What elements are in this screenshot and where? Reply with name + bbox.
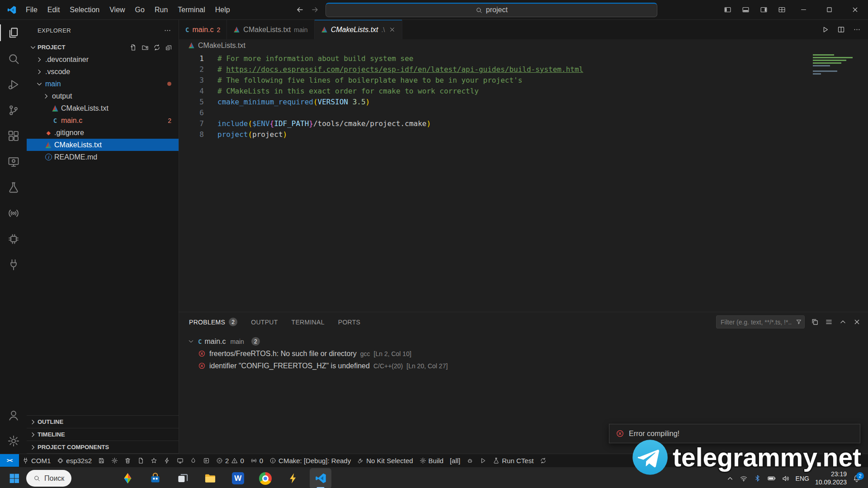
tree-item-devcontainer[interactable]: .devcontainer <box>27 53 179 66</box>
status-build[interactable]: Build <box>416 454 447 467</box>
activity-explorer[interactable] <box>0 20 27 46</box>
code-line-4[interactable]: 4# CMakeLists in this exact order for cm… <box>179 86 868 97</box>
menu-file[interactable]: File <box>21 0 42 19</box>
code-editor[interactable]: 1# For more information about build syst… <box>179 52 868 312</box>
menu-view[interactable]: View <box>104 0 130 19</box>
status-board[interactable]: esp32s2 <box>54 454 95 467</box>
tray-clock[interactable]: 23:19 10.09.2023 <box>815 470 847 486</box>
close-tab-icon[interactable] <box>389 26 396 33</box>
status-problems[interactable]: 20 <box>213 454 247 467</box>
breadcrumb[interactable]: CMakeLists.txt <box>179 39 868 52</box>
code-line-7[interactable]: 7include($ENV{IDF_PATH}/tools/cmake/proj… <box>179 118 868 129</box>
bluetooth-icon[interactable] <box>754 474 761 482</box>
status-ports-forwarded[interactable]: 0 <box>247 454 266 467</box>
tab-main-c[interactable]: Cmain.c2 <box>179 20 227 39</box>
status-upload[interactable] <box>200 454 213 467</box>
status-build-target[interactable]: [all] <box>447 454 463 467</box>
problems-group-main-c[interactable]: Cmain.cmain2 <box>179 335 868 347</box>
panel-tab-terminal[interactable]: TERMINAL <box>292 312 325 332</box>
status-ctest[interactable]: Run CTest <box>490 454 537 467</box>
tab-cmakelists-txt-item[interactable]: CMakeLists.txt.\ <box>315 20 403 39</box>
taskbar-app-word[interactable]: W <box>227 468 249 488</box>
status-favorites[interactable] <box>147 454 160 467</box>
tray-overflow-icon[interactable] <box>726 475 734 482</box>
notification-center[interactable]: 2 <box>853 474 861 483</box>
duplicate-panel-icon[interactable] <box>811 318 819 326</box>
activity-source-control[interactable] <box>0 97 27 123</box>
activity-espressif-idf[interactable] <box>0 226 27 252</box>
section-header-project-components[interactable]: PROJECT COMPONENTS <box>27 441 179 453</box>
customize-layout-button[interactable] <box>773 0 791 19</box>
tree-item-main-c[interactable]: Cmain.c2 <box>27 114 179 127</box>
section-header-timeline[interactable]: TIMELINE <box>27 428 179 441</box>
volume-icon[interactable] <box>782 474 790 483</box>
taskbar-app-task-view[interactable] <box>172 468 193 488</box>
taskbar-app-paint[interactable] <box>117 468 138 488</box>
minimize-button[interactable] <box>791 0 816 19</box>
tree-item-readme-md[interactable]: iREADME.md <box>27 151 179 163</box>
status-save-all[interactable] <box>95 454 108 467</box>
problem-row-2[interactable]: identifier "CONFIG_FREERTOS_HZ" is undef… <box>179 360 868 372</box>
back-icon[interactable] <box>296 5 304 14</box>
taskbar-app-chrome[interactable] <box>255 468 276 488</box>
code-line-2[interactable]: 2# https://docs.espressif.com/projects/e… <box>179 64 868 75</box>
tree-item-main[interactable]: main <box>27 78 179 90</box>
problem-row-1[interactable]: freertos/FreeRTOS.h: No such file or dir… <box>179 347 868 360</box>
status-kit[interactable]: No Kit Selected <box>354 454 416 467</box>
activity-search[interactable] <box>0 46 27 71</box>
code-line-6[interactable]: 6 <box>179 108 868 118</box>
start-button[interactable] <box>4 468 24 488</box>
remote-indicator[interactable]: >< <box>0 454 19 467</box>
activity-settings[interactable] <box>0 428 27 454</box>
collapse-all-icon[interactable] <box>165 44 172 51</box>
maximize-panel-icon[interactable] <box>839 318 847 326</box>
code-line-1[interactable]: 1# For more information about build syst… <box>179 53 868 64</box>
wifi-icon[interactable] <box>740 474 748 483</box>
keyboard-layout[interactable]: ENG <box>796 475 809 482</box>
menu-terminal[interactable]: Terminal <box>173 0 210 19</box>
panel-tab-ports[interactable]: PORTS <box>338 312 360 332</box>
status-new-terminal[interactable] <box>134 454 147 467</box>
code-line-8[interactable]: 8project(project) <box>179 129 868 140</box>
menu-edit[interactable]: Edit <box>42 0 65 19</box>
section-header-outline[interactable]: OUTLINE <box>27 415 179 428</box>
taskbar-app-vscode[interactable] <box>310 468 331 488</box>
taskbar-app-station[interactable] <box>282 468 304 488</box>
tab-cmakelists-txt-main[interactable]: CMakeLists.txtmain <box>227 20 314 39</box>
status-serial-port[interactable]: COM1 <box>19 454 54 467</box>
taskbar-search[interactable]: Поиск <box>26 470 71 487</box>
problems-filter-input[interactable] <box>716 315 805 328</box>
menu-run[interactable]: Run <box>150 0 173 19</box>
command-center-search[interactable]: project <box>326 3 657 17</box>
forward-icon[interactable] <box>311 5 319 14</box>
toggle-panel-button[interactable] <box>736 0 755 19</box>
view-as-table-icon[interactable] <box>825 318 833 326</box>
battery-icon[interactable] <box>767 474 776 483</box>
activity-run-and-debug[interactable] <box>0 71 27 97</box>
tree-item-cmakelists-txt[interactable]: CMakeLists.txt <box>27 139 179 151</box>
menu-help[interactable]: Help <box>210 0 235 19</box>
activity-extensions[interactable] <box>0 123 27 149</box>
new-folder-icon[interactable] <box>142 44 149 51</box>
status-cmake-status[interactable]: CMake: [Debug]: Ready <box>266 454 354 467</box>
status-debug-target[interactable] <box>463 454 476 467</box>
error-notification-toast[interactable]: Error compiling! <box>609 424 860 443</box>
tree-item-output[interactable]: output <box>27 90 179 102</box>
activity-accounts[interactable] <box>0 402 27 428</box>
status-pio-settings[interactable] <box>108 454 121 467</box>
new-file-icon[interactable] <box>130 44 137 51</box>
code-line-5[interactable]: 5cmake_minimum_required(VERSION 3.5) <box>179 97 868 108</box>
status-flame[interactable] <box>187 454 200 467</box>
refresh-icon[interactable] <box>153 44 160 51</box>
taskbar-app-file-explorer[interactable] <box>199 468 221 488</box>
close-panel-icon[interactable] <box>853 318 861 326</box>
menu-selection[interactable]: Selection <box>65 0 104 19</box>
activity-serial-monitor[interactable] <box>0 200 27 226</box>
panel-tab-problems[interactable]: PROBLEMS2 <box>189 312 237 332</box>
more-actions-icon[interactable] <box>853 26 861 33</box>
maximize-button[interactable] <box>816 0 842 19</box>
status-refresh-tests[interactable] <box>537 454 550 467</box>
run-icon[interactable] <box>821 26 829 33</box>
status-monitor[interactable] <box>174 454 187 467</box>
status-clean[interactable] <box>121 454 134 467</box>
